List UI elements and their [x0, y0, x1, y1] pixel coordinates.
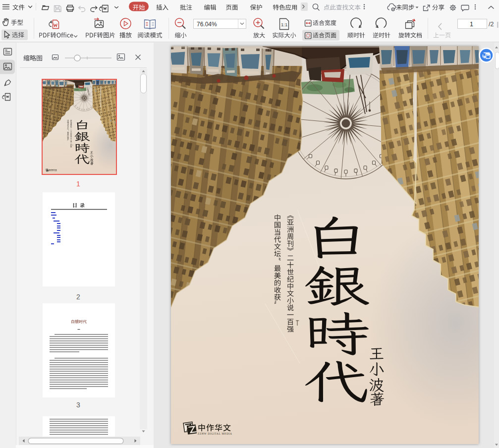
svg-text:76.04%: 76.04% [197, 21, 217, 28]
svg-text:2: 2 [76, 293, 80, 301]
svg-text:/2: /2 [489, 21, 494, 28]
svg-text:1: 1 [470, 21, 473, 28]
svg-text:1:1: 1:1 [281, 22, 287, 27]
svg-text:3: 3 [76, 401, 80, 409]
svg-text:1: 1 [76, 180, 80, 188]
